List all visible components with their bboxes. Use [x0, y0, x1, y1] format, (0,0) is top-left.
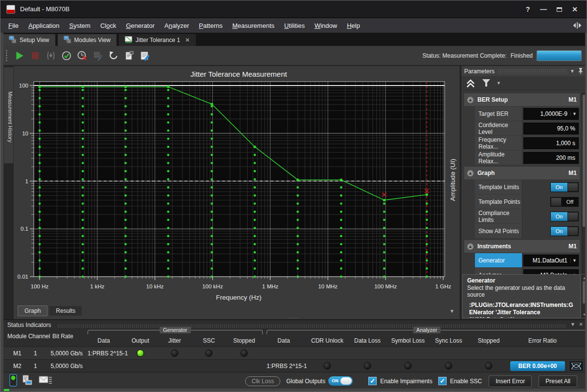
- m8070b-window: Default - M8070B ? — ✕ FileApplicationSy…: [0, 0, 587, 392]
- param-label[interactable]: Template Points: [475, 195, 522, 209]
- enable-ssc-checkbox[interactable]: ✓: [438, 377, 447, 385]
- tab-modules-view[interactable]: Modules View: [57, 34, 117, 46]
- param-label[interactable]: Target BER: [475, 107, 522, 121]
- mark-invalid-button[interactable]: [75, 48, 90, 63]
- param-value-area: On: [522, 180, 580, 194]
- section-header-instruments[interactable]: ▲InstrumentsM1: [464, 240, 580, 253]
- menu-patterns[interactable]: Patterns: [194, 20, 227, 32]
- insert-error-button[interactable]: Insert Error: [489, 375, 532, 387]
- bit-rate-cell: 5,0000 Gb/s: [48, 360, 83, 372]
- tab-close-icon[interactable]: ✕: [185, 37, 190, 44]
- graph-results-tabs: GraphResults: [18, 305, 82, 316]
- tab-setup-view[interactable]: Setup View: [2, 34, 56, 46]
- eye-diagram-button[interactable]: [569, 361, 584, 371]
- param-label[interactable]: Generator: [475, 253, 522, 267]
- column-header-data: Data: [97, 337, 110, 344]
- x-tick-label: 100 kHz: [202, 283, 223, 289]
- minimize-button[interactable]: —: [536, 3, 551, 15]
- bit-rate-cell: 5,0000 Gb/s: [48, 347, 83, 359]
- section-header-graph[interactable]: ▲GraphM1: [464, 167, 580, 179]
- param-label[interactable]: Amplitude Relax...: [475, 151, 522, 165]
- column-header-ssc: SSC: [203, 337, 215, 344]
- report-log-icon[interactable]: [22, 374, 35, 388]
- menu-window[interactable]: Window: [310, 20, 342, 32]
- menu-application[interactable]: Application: [23, 20, 65, 32]
- param-label[interactable]: Template Limits: [475, 180, 522, 194]
- menu-utilities[interactable]: Utilities: [279, 20, 310, 32]
- param-label[interactable]: Show All Points: [475, 224, 522, 238]
- parameters-header[interactable]: Parameters ▼: [461, 66, 587, 76]
- column-header-error-ratio: Error Ratio: [528, 337, 557, 344]
- maximize-icon: [557, 7, 562, 12]
- preset-all-button[interactable]: Preset All: [539, 375, 577, 387]
- jitter-tolerance-chart[interactable]: 100 Hz1 kHz10 kHz100 kHz1 MHz10 MHz100 M…: [14, 66, 459, 318]
- param-label[interactable]: Confidence Level: [475, 121, 522, 135]
- horizontal-splitter[interactable]: [0, 315, 587, 320]
- param-input-frequency-relax-[interactable]: 1,000 s: [523, 137, 579, 149]
- param-input-amplitude-relax-[interactable]: 200 ms: [523, 152, 579, 164]
- toggle-template-limits[interactable]: On: [550, 182, 579, 192]
- menu-clock[interactable]: Clock: [95, 20, 121, 32]
- filter-icon[interactable]: [481, 78, 492, 88]
- tab-jitter-tolerance-1[interactable]: Jitter Tolerance 1✕: [118, 34, 196, 46]
- run-button[interactable]: [12, 48, 27, 63]
- collapse-all-icon[interactable]: [465, 78, 476, 88]
- graph-panel-chevron-down-icon[interactable]: ▼: [450, 308, 454, 314]
- enable-impairments-checkbox[interactable]: ✓: [368, 377, 377, 385]
- param-value-area: On: [522, 224, 580, 238]
- menu-system[interactable]: System: [65, 20, 95, 32]
- param-value: M1.DataOut1: [524, 257, 570, 264]
- menu-help[interactable]: Help: [342, 20, 365, 32]
- param-label[interactable]: Compliance Limits: [475, 209, 522, 223]
- status-legend-icon[interactable]: [8, 373, 18, 389]
- measurement-history-tab[interactable]: Measurement History: [3, 67, 14, 164]
- ber-error-ratio-button[interactable]: BER 0.00e+00: [510, 361, 565, 371]
- menu-measurements[interactable]: Measurements: [227, 20, 279, 32]
- param-input-target-ber[interactable]: 1,0000E-9▼: [523, 108, 579, 120]
- toggle-compliance-limits[interactable]: On: [550, 212, 579, 221]
- maximize-button[interactable]: [551, 3, 567, 15]
- help-button[interactable]: ?: [520, 3, 536, 15]
- window-frame-right: [585, 33, 587, 389]
- menu-analyzer[interactable]: Analyzer: [159, 20, 194, 32]
- param-value-area: On: [522, 209, 580, 223]
- toggle-knob: [567, 227, 578, 236]
- menu-generator[interactable]: Generator: [121, 20, 159, 32]
- param-input-confidence-level[interactable]: 95,0 %: [523, 123, 579, 134]
- parameters-pin-icon[interactable]: [578, 67, 584, 75]
- collapse-section-icon[interactable]: ▲: [467, 97, 474, 103]
- section-name: BER Setup: [477, 96, 508, 103]
- tab-graph[interactable]: Graph: [18, 305, 47, 316]
- section-header-ber-setup[interactable]: ▲BER SetupM1: [464, 93, 580, 106]
- collapse-section-icon[interactable]: ▲: [467, 243, 474, 250]
- mark-valid-button[interactable]: [59, 48, 74, 63]
- clk-loss-indicator: Clk Loss: [245, 376, 280, 386]
- mail-notifications-icon[interactable]: [39, 375, 52, 388]
- close-button[interactable]: ✕: [567, 3, 583, 15]
- dropdown-chevron-icon[interactable]: ▼: [570, 111, 578, 116]
- x-tick-label: 10 MHz: [318, 283, 338, 289]
- param-input-generator[interactable]: M1.DataOut1▼: [523, 255, 579, 266]
- generator-group-label: Generator: [159, 327, 191, 333]
- toggle-template-points[interactable]: Off: [550, 197, 579, 207]
- app-icon: [6, 5, 15, 14]
- report-button[interactable]: [122, 48, 136, 63]
- tab-results[interactable]: Results: [49, 305, 82, 316]
- window-title: Default - M8070B: [20, 5, 69, 13]
- filter-chevron-down-icon[interactable]: ▼: [497, 81, 501, 86]
- save-button[interactable]: [137, 48, 152, 63]
- parameters-panel: Parameters ▼ ▼ ▲BER SetupM1Target BER1,0…: [460, 66, 587, 319]
- dropdown-chevron-icon[interactable]: ▼: [570, 258, 578, 263]
- toolbar-drag-handle[interactable]: [5, 49, 8, 62]
- global-outputs-toggle[interactable]: ON: [328, 376, 353, 386]
- setup-view-icon: [9, 36, 17, 45]
- parameters-chevron-down-icon[interactable]: ▼: [570, 68, 575, 74]
- param-label[interactable]: Frequency Relax...: [475, 136, 522, 150]
- dock-panels-icon[interactable]: [572, 21, 583, 30]
- collapse-section-icon[interactable]: ▲: [467, 170, 474, 176]
- menu-file[interactable]: File: [3, 20, 23, 32]
- column-header-cdr-unlock: CDR Unlock: [311, 337, 343, 344]
- toggle-show-all-points[interactable]: On: [550, 226, 579, 236]
- parameters-title: Parameters: [464, 68, 495, 75]
- undo-button[interactable]: [106, 48, 121, 63]
